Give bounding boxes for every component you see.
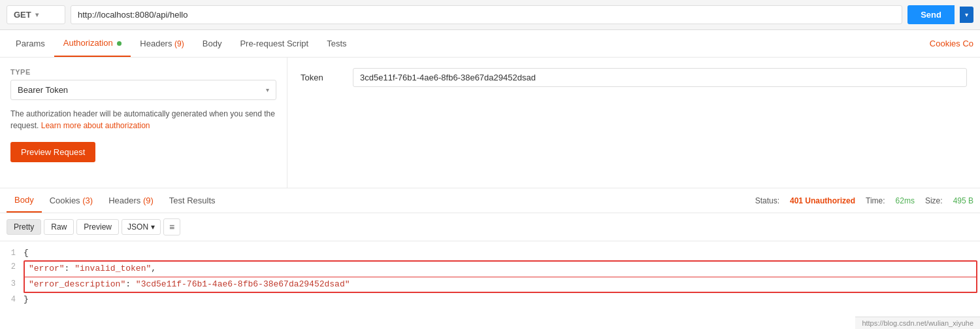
response-status: Status: 401 Unauthorized Time: 62ms Size… xyxy=(755,196,973,205)
url-input[interactable] xyxy=(71,5,902,24)
resp-tab-headers[interactable]: Headers (9) xyxy=(101,189,161,212)
type-label: TYPE xyxy=(10,68,276,76)
wrap-button[interactable]: ≡ xyxy=(163,218,180,235)
resp-tab-cookies[interactable]: Cookies (3) xyxy=(42,189,101,212)
line-content-4: } xyxy=(24,293,980,307)
line-number-2: 2 xyxy=(0,260,24,273)
time-label: Time: xyxy=(866,196,885,205)
cookies-link[interactable]: Cookies Co xyxy=(930,39,973,48)
line-content-1: { xyxy=(24,247,980,260)
tab-body[interactable]: Body xyxy=(193,31,231,56)
size-value: 495 B xyxy=(953,196,973,205)
format-arrow-icon: ▾ xyxy=(151,222,155,232)
send-button[interactable]: Send xyxy=(907,5,955,24)
bearer-token-label: Bearer Token xyxy=(18,85,68,95)
code-line-2: 2 "error": "invalid_token", xyxy=(0,260,980,277)
tab-params[interactable]: Params xyxy=(7,31,54,56)
line-number-4: 4 xyxy=(0,293,24,306)
format-select[interactable]: JSON ▾ xyxy=(122,219,161,235)
bearer-token-select[interactable]: Bearer Token ▾ xyxy=(10,80,276,100)
resp-tab-test-results[interactable]: Test Results xyxy=(161,189,223,212)
body-toolbar: Pretty Raw Preview JSON ▾ ≡ xyxy=(0,213,980,241)
format-label: JSON xyxy=(127,222,148,232)
auth-right: Token xyxy=(287,58,980,188)
response-tabs-row: Body Cookies (3) Headers (9) Test Result… xyxy=(0,188,980,213)
raw-button[interactable]: Raw xyxy=(44,219,74,235)
url-bar: GET ▾ Send ▾ xyxy=(0,0,980,30)
pretty-button[interactable]: Pretty xyxy=(7,219,41,235)
code-line-1: 1 { xyxy=(0,247,980,260)
bearer-arrow-icon: ▾ xyxy=(266,86,269,94)
send-dropdown-button[interactable]: ▾ xyxy=(960,7,973,23)
line-number-3: 3 xyxy=(0,277,24,290)
tab-headers[interactable]: Headers (9) xyxy=(131,31,193,56)
preview-button[interactable]: Preview xyxy=(76,219,119,235)
code-line-4: 4 } xyxy=(0,293,980,307)
size-label: Size: xyxy=(925,196,943,205)
preview-request-button[interactable]: Preview Request xyxy=(10,142,95,162)
tab-prerequest[interactable]: Pre-request Script xyxy=(231,31,318,56)
line-number-1: 1 xyxy=(0,247,24,260)
request-tabs-row: Params Authorization Headers (9) Body Pr… xyxy=(0,30,980,58)
code-area: 1 { 2 "error": "invalid_token", 3 "error… xyxy=(0,241,980,312)
token-input[interactable] xyxy=(353,68,967,87)
highlighted-block: 2 "error": "invalid_token", 3 "error_des… xyxy=(0,260,980,294)
tab-tests[interactable]: Tests xyxy=(318,31,355,56)
auth-left: TYPE Bearer Token ▾ The authorization he… xyxy=(0,58,287,188)
status-label: Status: xyxy=(755,196,779,205)
method-arrow: ▾ xyxy=(35,11,39,18)
token-row: Token xyxy=(301,68,967,87)
resp-tab-body[interactable]: Body xyxy=(7,188,42,213)
auth-panel: TYPE Bearer Token ▾ The authorization he… xyxy=(0,58,980,188)
authorization-dot xyxy=(117,41,122,46)
tab-authorization[interactable]: Authorization xyxy=(54,30,131,57)
auth-info-text: The authorization header will be automat… xyxy=(10,108,276,131)
learn-more-link[interactable]: Learn more about authorization xyxy=(41,121,150,130)
token-label: Token xyxy=(301,73,340,82)
status-value: 401 Unauthorized xyxy=(790,196,855,205)
method-select[interactable]: GET ▾ xyxy=(7,5,65,24)
time-value: 62ms xyxy=(896,196,915,205)
code-line-3: 3 "error_description": "3cd5e11f-76b1-4a… xyxy=(0,277,980,294)
method-label: GET xyxy=(14,10,31,20)
